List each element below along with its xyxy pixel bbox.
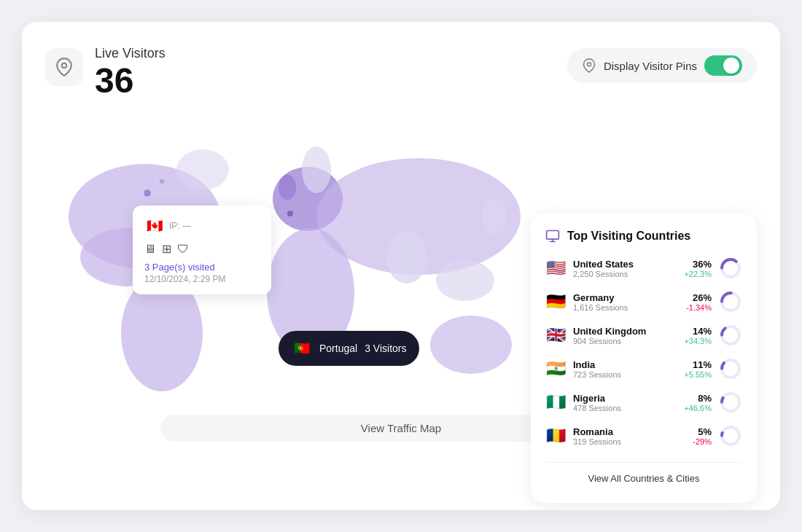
country-change-3: +5.55% — [680, 370, 712, 379]
view-traffic-label: View Traffic Map — [361, 422, 441, 434]
tooltip-ip: IP: — — [169, 221, 191, 231]
display-pins-toggle[interactable] — [704, 55, 742, 76]
country-row: 🇷🇴 Romania 319 Sessions 5% -29% — [545, 424, 742, 447]
country-sessions-1: 1,616 Sessions — [573, 303, 672, 312]
country-info-0: United States 2,250 Sessions — [573, 259, 672, 278]
country-stats-4: 8% +46.6% — [680, 393, 712, 412]
country-flag-3: 🇮🇳 — [545, 359, 566, 378]
country-row: 🇺🇸 United States 2,250 Sessions 36% +22.… — [545, 257, 742, 280]
country-sessions-0: 2,250 Sessions — [573, 270, 672, 278]
country-sessions-2: 904 Sessions — [573, 337, 672, 345]
view-all-label: View All Countries & Cities — [588, 473, 700, 484]
display-pins-control[interactable]: Display Visitor Pins — [567, 48, 757, 83]
country-donut-2 — [719, 324, 742, 347]
svg-point-0 — [62, 63, 67, 69]
country-stats-2: 14% +34.3% — [680, 326, 712, 345]
svg-point-15 — [287, 211, 293, 216]
country-name-4: Nigeria — [573, 393, 672, 404]
monitor-icon: 🖥 — [144, 243, 156, 256]
grid-icon: ⊞ — [162, 242, 171, 256]
country-info-5: Romania 319 Sessions — [573, 426, 672, 446]
country-percent-3: 11% — [680, 359, 712, 370]
country-flag-0: 🇺🇸 — [545, 259, 566, 278]
svg-point-13 — [430, 316, 512, 374]
svg-point-7 — [279, 175, 296, 200]
live-visitors-text: Live Visitors 36 — [95, 45, 166, 101]
svg-point-29 — [722, 394, 739, 411]
country-sessions-4: 478 Sessions — [573, 404, 672, 412]
svg-point-10 — [386, 231, 427, 283]
country-name-5: Romania — [573, 426, 672, 437]
country-sessions-3: 723 Sessions — [573, 370, 672, 379]
shield-icon: 🛡 — [177, 243, 189, 256]
portugal-flag: 🇵🇹 — [292, 338, 312, 359]
panel-header: Top Visiting Countries — [545, 229, 742, 243]
visit-date: 12/10/2024, 2:29 PM — [144, 274, 260, 284]
svg-point-14 — [302, 146, 331, 193]
country-change-0: +22.3% — [680, 270, 712, 278]
country-flag-1: 🇩🇪 — [545, 292, 566, 311]
country-percent-2: 14% — [680, 326, 712, 337]
country-stats-0: 36% +22.3% — [680, 259, 712, 278]
panel-icon — [545, 229, 560, 243]
country-row: 🇩🇪 Germany 1,616 Sessions 26% -1.34% — [545, 290, 742, 313]
country-row: 🇬🇧 United Kingdom 904 Sessions 14% +34.3… — [545, 324, 742, 347]
country-change-1: -1.34% — [680, 303, 712, 312]
live-visitors-count: 36 — [95, 62, 166, 101]
top-countries-panel: Top Visiting Countries 🇺🇸 United States … — [531, 213, 757, 503]
country-donut-4 — [719, 391, 742, 414]
tooltip-header: 🇨🇦 IP: — — [144, 216, 260, 236]
svg-rect-18 — [547, 231, 559, 240]
country-percent-4: 8% — [680, 393, 712, 404]
header: Live Visitors 36 Display Visitor Pins — [45, 45, 757, 101]
svg-point-11 — [436, 260, 494, 301]
portugal-country: Portugal — [319, 343, 357, 354]
country-change-4: +46.6% — [680, 404, 712, 412]
country-donut-5 — [719, 424, 742, 447]
country-flag-2: 🇬🇧 — [545, 326, 566, 345]
country-info-4: Nigeria 478 Sessions — [573, 393, 672, 412]
portugal-tooltip: 🇵🇹 Portugal 3 Visitors — [279, 331, 419, 366]
view-all-countries-button[interactable]: View All Countries & Cities — [545, 462, 742, 491]
pages-visited: 3 Page(s) visited — [144, 262, 260, 273]
country-donut-0 — [719, 257, 742, 280]
country-change-2: +34.3% — [680, 337, 712, 345]
location-pin-icon — [55, 58, 74, 77]
svg-point-31 — [722, 427, 739, 445]
tooltip-icons: 🖥 ⊞ 🛡 — [144, 242, 260, 256]
country-flag-4: 🇳🇬 — [545, 393, 566, 412]
country-sessions-5: 319 Sessions — [573, 437, 672, 446]
portugal-visitors: 3 Visitors — [365, 343, 406, 354]
svg-point-4 — [176, 149, 229, 190]
country-name-3: India — [573, 359, 672, 370]
country-name-2: United Kingdom — [573, 326, 672, 337]
canada-flag: 🇨🇦 — [144, 216, 165, 236]
world-map — [45, 118, 570, 431]
live-visitors-icon-wrap — [45, 48, 83, 86]
country-donut-1 — [719, 290, 742, 313]
country-percent-1: 26% — [680, 292, 712, 303]
country-name-0: United States — [573, 259, 672, 270]
country-percent-0: 36% — [680, 259, 712, 270]
live-visitors-section: Live Visitors 36 — [45, 45, 166, 101]
country-row: 🇮🇳 India 723 Sessions 11% +5.55% — [545, 357, 742, 380]
country-info-1: Germany 1,616 Sessions — [573, 292, 672, 312]
country-stats-1: 26% -1.34% — [680, 292, 712, 312]
svg-point-1 — [587, 63, 591, 66]
country-stats-3: 11% +5.55% — [680, 359, 712, 379]
country-name-1: Germany — [573, 292, 672, 303]
country-stats-5: 5% -29% — [680, 426, 712, 446]
country-percent-5: 5% — [680, 426, 712, 437]
live-visitors-label: Live Visitors — [95, 45, 166, 62]
canada-tooltip: 🇨🇦 IP: — 🖥 ⊞ 🛡 3 Page(s) visited 12/10/2… — [133, 206, 271, 294]
country-row: 🇳🇬 Nigeria 478 Sessions 8% +46.6% — [545, 391, 742, 414]
country-list: 🇺🇸 United States 2,250 Sessions 36% +22.… — [545, 257, 742, 447]
country-info-2: United Kingdom 904 Sessions — [573, 326, 672, 345]
map-area: 🇨🇦 IP: — 🖥 ⊞ 🛡 3 Page(s) visited 12/10/2… — [45, 118, 757, 453]
display-pins-icon — [582, 58, 596, 73]
panel-title: Top Visiting Countries — [567, 230, 690, 243]
main-card: Live Visitors 36 Display Visitor Pins — [22, 22, 780, 510]
country-change-5: -29% — [680, 437, 712, 446]
svg-point-16 — [144, 189, 151, 197]
svg-point-17 — [160, 179, 164, 184]
